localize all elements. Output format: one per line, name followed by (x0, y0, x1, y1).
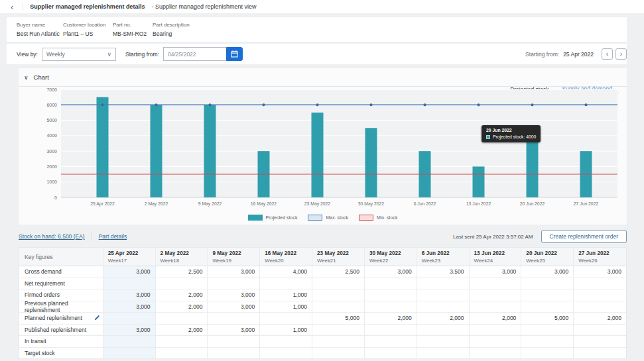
action-band: Stock on hand: 6,500 (EA) Part details L… (19, 230, 627, 243)
svg-text:25 Apr 2022: 25 Apr 2022 (90, 201, 115, 207)
detail-field: Buyer nameBest Run Atlantic (17, 22, 63, 37)
field-value: Plant1 – US (63, 30, 113, 37)
svg-text:6000: 6000 (46, 103, 57, 107)
value-cell (470, 289, 522, 301)
value-cell[interactable] (208, 313, 260, 324)
value-cell: 3,000 (470, 266, 522, 278)
legend-label: Min. stock (377, 215, 398, 220)
row-label-cell: Target stock (19, 348, 103, 359)
value-cell[interactable]: 2,000 (417, 313, 470, 324)
value-cell (574, 278, 626, 289)
value-cell (103, 348, 156, 359)
value-cell: 3,000 (103, 289, 156, 301)
value-cell (365, 278, 417, 289)
value-cell (417, 278, 470, 289)
column-header-Week22: 30 May 2022Week22 (365, 248, 417, 266)
table-row: Published replenishment3,0002,0003,0001,… (19, 325, 626, 336)
key-figures-header-cell: Key figures (19, 248, 103, 266)
table-header-row: Key figures 25 Apr 2022Week172 May 2022W… (19, 248, 626, 266)
chart-area: 0100020003000400050006000700025 Apr 2022… (19, 88, 627, 214)
svg-text:2000: 2000 (46, 164, 57, 169)
chart-legend: Projected stockMax. stockMin. stock (19, 215, 627, 221)
value-cell[interactable]: 2,000 (470, 313, 522, 324)
legend-item: Projected stock (248, 215, 298, 221)
row-label-cell: Planned replenishment (19, 313, 103, 324)
value-cell (260, 348, 312, 359)
value-cell: 1,000 (260, 301, 312, 313)
table-row: Planned replenishment5,0002,0002,0002,00… (19, 313, 626, 325)
value-cell: 3,000 (208, 301, 260, 313)
legend-swatch (308, 215, 322, 221)
bar-2 May 2022[interactable] (151, 105, 162, 197)
value-cell: 2,500 (156, 266, 208, 278)
value-cell (521, 278, 574, 289)
bar-30 May 2022[interactable] (365, 128, 377, 197)
starting-from-date-input[interactable]: 04/25/2022 (163, 47, 226, 61)
last-sent-text: Last sent 25 Apr 2022 3:57:02 AM (453, 234, 533, 240)
part-details-link[interactable]: Part details (99, 233, 127, 240)
projected-stock-chart[interactable]: 0100020003000400050006000700025 Apr 2022… (19, 88, 627, 211)
legend-swatch (359, 215, 373, 221)
value-cell (103, 278, 156, 289)
value-cell (574, 301, 626, 313)
field-value: MB-SMI-RO2 (113, 30, 153, 37)
value-cell (156, 348, 208, 359)
value-cell[interactable] (260, 313, 312, 324)
value-cell: 3,000 (208, 266, 260, 278)
table-row: Firmed orders3,0002,0003,0001,000 (19, 289, 626, 301)
chart-tooltip: 20 Jun 2022 Projected stock: 4000 (482, 125, 541, 142)
table-row: Target stock (19, 348, 626, 360)
next-period-button[interactable]: › (615, 48, 627, 60)
value-cell[interactable]: 5,000 (312, 313, 365, 324)
bar-20 Jun 2022[interactable] (527, 136, 539, 197)
value-cell[interactable] (103, 313, 156, 324)
value-cell[interactable] (156, 313, 208, 324)
stock-on-hand-link[interactable]: Stock on hand: 6,500 (EA) (19, 233, 85, 240)
value-cell[interactable]: 5,000 (521, 313, 574, 324)
bar-25 Apr 2022[interactable] (97, 97, 109, 197)
bar-9 May 2022[interactable] (204, 105, 216, 197)
view-by-label: View by: (17, 51, 38, 58)
view-by-select[interactable]: Weekly ∨ (42, 48, 116, 61)
value-cell (470, 336, 522, 347)
collapse-chevron-icon[interactable]: ∨ (24, 74, 29, 81)
svg-text:0: 0 (54, 195, 57, 200)
back-icon[interactable]: ‹ (8, 3, 16, 11)
value-cell (574, 348, 626, 359)
field-value: Bearing (153, 30, 190, 37)
value-cell: 1,000 (260, 289, 312, 301)
column-header-Week20: 16 May 2022Week20 (260, 248, 312, 266)
value-cell (521, 289, 574, 301)
value-cell (156, 278, 208, 289)
value-cell[interactable]: 2,000 (365, 313, 417, 324)
value-cell (312, 325, 365, 336)
column-header-Week17: 25 Apr 2022Week17 (103, 248, 156, 266)
value-cell: 3,000 (103, 266, 156, 278)
detail-field: Part no.MB-SMI-RO2 (113, 22, 153, 37)
svg-text:1000: 1000 (46, 180, 57, 184)
value-cell (417, 325, 470, 336)
edit-pencil-icon[interactable] (94, 315, 100, 322)
legend-label: Projected stock (266, 215, 298, 220)
bar-23 May 2022[interactable] (312, 113, 324, 197)
tooltip-series-swatch (486, 135, 490, 139)
table-row: Previous planned replenishment3,0002,000… (19, 301, 626, 313)
column-header-Week24: 13 Jun 2022Week24 (470, 248, 522, 266)
calendar-button[interactable] (226, 47, 243, 61)
bar-13 Jun 2022[interactable] (473, 166, 485, 197)
create-replenishment-order-button[interactable]: Create replenishment order (541, 230, 627, 243)
value-cell (208, 336, 260, 347)
filter-toolbar: View by: Weekly ∨ Starting from: 04/25/2… (7, 44, 627, 64)
row-label-cell: Previous planned replenishment (19, 301, 103, 313)
value-cell (521, 348, 574, 359)
svg-text:9 May 2022: 9 May 2022 (198, 201, 222, 207)
value-cell (312, 289, 365, 301)
svg-text:13 Jun 2022: 13 Jun 2022 (466, 201, 491, 206)
detail-field: Part descriptionBearing (153, 22, 190, 37)
nav-starting-from-value: 25 Apr 2022 (563, 51, 594, 58)
value-cell (156, 336, 208, 347)
value-cell: 3,000 (521, 266, 574, 278)
value-cell[interactable]: 2,000 (574, 313, 626, 324)
value-cell: 2,000 (156, 289, 208, 301)
previous-period-button[interactable]: ‹ (602, 48, 613, 60)
